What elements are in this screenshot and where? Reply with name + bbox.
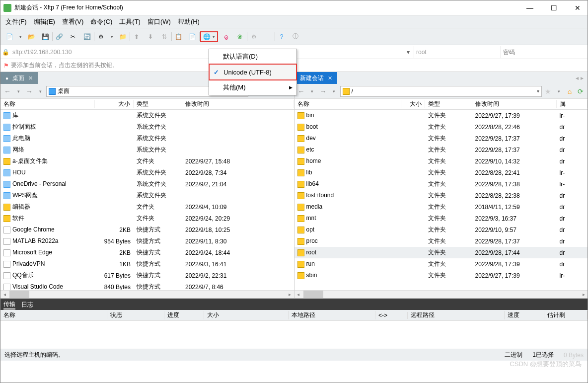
table-row[interactable]: OneDrive - Personal系统文件夹2022/9/2, 21:04 (0, 178, 294, 190)
url-input[interactable] (10, 46, 403, 58)
table-row[interactable]: Microsoft Edge2KB快捷方式2022/9/24, 18:44 (0, 247, 294, 258)
table-row[interactable]: etc文件夹2022/9/28, 17:37dr (294, 144, 588, 155)
remote-refresh[interactable]: ⟳ (576, 87, 586, 95)
col-size[interactable]: 大小 (401, 100, 425, 108)
password-input[interactable] (501, 46, 588, 58)
tab-local-close[interactable]: ✕ (28, 75, 33, 81)
settings-button[interactable]: ⚙ (248, 31, 260, 43)
col-name[interactable]: 名称 (294, 100, 401, 108)
upload-button[interactable]: ⬆ (131, 31, 143, 43)
leaf-icon[interactable]: ❀ (234, 31, 246, 43)
col-type[interactable]: 类型 (134, 100, 182, 108)
table-row[interactable]: media文件夹2018/4/11, 12:59dr (294, 201, 588, 213)
table-row[interactable]: mnt文件夹2022/9/3, 16:37dr (294, 213, 588, 224)
menu-help[interactable]: 帮助(H) (178, 17, 200, 26)
tabs-nav-right[interactable]: ◂ ▸ (572, 72, 588, 84)
chevron-down-icon[interactable]: ▾ (537, 88, 539, 94)
props-dd[interactable]: ▾ (109, 31, 115, 43)
table-row[interactable]: PrivadoVPN1KB快捷方式2022/9/3, 16:41 (0, 258, 294, 270)
url-dropdown[interactable]: ▾ (403, 49, 414, 56)
table-row[interactable]: opt文件夹2022/9/10, 9:57dr (294, 224, 588, 235)
menu-view[interactable]: 查看(V) (62, 17, 83, 26)
minimize-button[interactable]: — (523, 4, 537, 12)
table-row[interactable]: home文件夹2022/9/10, 14:32dr (294, 155, 588, 167)
table-row[interactable]: Visual Studio Code840 Bytes快捷方式2022/9/7,… (0, 281, 294, 290)
table-row[interactable]: lib64文件夹2022/9/28, 17:38lr- (294, 178, 588, 190)
disconnect-button[interactable]: ✂ (67, 31, 79, 43)
remote-path-input[interactable]: / ▾ (340, 86, 542, 97)
sync-button[interactable]: ⇅ (158, 31, 170, 43)
remote-filelist[interactable]: bin文件夹2022/9/27, 17:39lr-boot文件夹2022/8/2… (294, 110, 588, 290)
table-row[interactable]: boot文件夹2022/8/28, 22:46dr (294, 121, 588, 133)
paste-button[interactable]: 📄 (186, 31, 198, 43)
open-button[interactable]: 📂 (25, 31, 37, 43)
help-button[interactable]: ? (276, 31, 288, 43)
table-row[interactable]: 编辑器文件夹2022/9/4, 10:09 (0, 201, 294, 213)
table-row[interactable]: 库系统文件夹 (0, 110, 294, 121)
tab-remote-close[interactable]: ✕ (328, 75, 332, 81)
lang-default[interactable]: 默认语言(D) (209, 49, 296, 64)
status-selected: 1已选择 (532, 351, 554, 359)
col-attr[interactable]: 属 (557, 100, 588, 108)
remote-back[interactable]: ← (296, 87, 306, 95)
local-fwd-dd[interactable]: ▾ (35, 89, 45, 94)
col-type[interactable]: 类型 (425, 100, 472, 108)
local-filelist[interactable]: 库系统文件夹控制面板系统文件夹此电脑系统文件夹网络系统文件夹a-桌面文件集文件夹… (0, 110, 294, 290)
new-button[interactable]: 📄 (3, 31, 15, 43)
about-button[interactable]: ⓘ (290, 31, 301, 43)
table-row[interactable]: QQ音乐617 Bytes快捷方式2022/9/2, 22:31 (0, 270, 294, 281)
logtab-log[interactable]: 日志 (21, 301, 33, 309)
table-row[interactable]: WPS网盘系统文件夹 (0, 190, 294, 201)
copy-button[interactable]: 📋 (172, 31, 184, 43)
table-row[interactable]: bin文件夹2022/9/27, 17:39lr- (294, 110, 588, 121)
table-row[interactable]: sbin文件夹2022/9/27, 17:39lr- (294, 270, 588, 281)
table-row[interactable]: MATLAB R2022a954 Bytes快捷方式2022/9/11, 8:3… (0, 235, 294, 247)
menu-cmd[interactable]: 命令(C) (90, 17, 112, 26)
menu-edit[interactable]: 编辑(E) (34, 17, 55, 26)
col-name[interactable]: 名称 (0, 100, 95, 108)
table-row[interactable]: 此电脑系统文件夹 (0, 133, 294, 144)
language-button[interactable]: 🌐 ▾ (200, 31, 218, 42)
lang-other[interactable]: 其他(M) (209, 80, 296, 95)
local-fwd[interactable]: → (24, 87, 34, 95)
table-row[interactable]: 控制面板系统文件夹 (0, 121, 294, 133)
table-row[interactable]: dev文件夹2022/9/28, 17:37dr (294, 133, 588, 144)
col-mtime[interactable]: 修改时间 (472, 100, 557, 108)
tab-local[interactable]: ● 桌面 ✕ (0, 72, 38, 84)
logtab-transfer[interactable]: 传输 (3, 300, 15, 309)
remote-scrollx[interactable]: ◂▸ (294, 290, 588, 298)
table-row[interactable]: proc文件夹2022/9/28, 17:37dr (294, 235, 588, 247)
new-dd[interactable]: ▾ (17, 31, 23, 43)
table-row[interactable]: Google Chrome2KB快捷方式2022/9/18, 10:25 (0, 224, 294, 235)
table-row[interactable]: root文件夹2022/9/28, 17:44dr (294, 247, 588, 258)
table-row[interactable]: 软件文件夹2022/9/24, 20:29 (0, 213, 294, 224)
reconnect-button[interactable]: 🔄 (81, 31, 93, 43)
local-back-dd[interactable]: ▾ (13, 89, 23, 94)
remote-home[interactable]: ⌂ (565, 87, 575, 95)
close-button[interactable]: ✕ (571, 4, 585, 12)
table-row[interactable]: HOU系统文件夹2022/9/28, 7:34 (0, 167, 294, 178)
download-button[interactable]: ⬇ (145, 31, 156, 43)
newfolder-button[interactable]: 📁 (117, 31, 129, 43)
menu-tool[interactable]: 工具(T) (119, 17, 141, 26)
table-row[interactable]: 网络系统文件夹 (0, 144, 294, 155)
menu-win[interactable]: 窗口(W) (147, 17, 171, 26)
table-row[interactable]: lib文件夹2022/8/28, 22:41lr- (294, 167, 588, 178)
table-row[interactable]: run文件夹2022/9/28, 17:39dr (294, 258, 588, 270)
props-button[interactable]: ⚙ (95, 31, 107, 43)
connect-button[interactable]: 🔗 (53, 31, 65, 43)
menu-file[interactable]: 文件(F) (5, 17, 27, 26)
swirl-icon[interactable]: ൭ (220, 31, 232, 43)
col-mtime[interactable]: 修改时间 (182, 100, 294, 108)
lang-utf8[interactable]: Unicode (UTF-8) (210, 65, 296, 79)
table-row[interactable]: a-桌面文件集文件夹2022/9/27, 15:48 (0, 155, 294, 167)
remote-fwd[interactable]: → (318, 87, 328, 95)
local-scrollx[interactable]: ◂▸ (0, 290, 294, 298)
local-back[interactable]: ← (2, 87, 12, 95)
remote-fav[interactable]: ★ (543, 87, 553, 95)
user-input[interactable] (414, 46, 501, 58)
save-button[interactable]: 💾 (39, 31, 51, 43)
maximize-button[interactable]: ☐ (547, 4, 561, 12)
col-size[interactable]: 大小 (95, 100, 134, 108)
table-row[interactable]: lost+found文件夹2022/8/28, 22:38dr (294, 190, 588, 201)
